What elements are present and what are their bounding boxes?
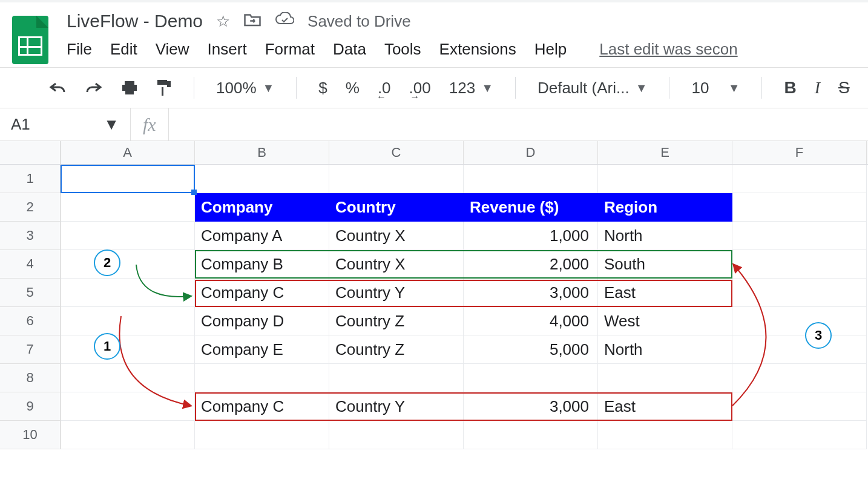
cell[interactable] — [598, 165, 732, 193]
cell[interactable]: Company E — [195, 335, 329, 364]
cell[interactable]: North — [598, 335, 732, 364]
menu-data[interactable]: Data — [333, 40, 366, 59]
menu-extensions[interactable]: Extensions — [439, 40, 516, 59]
col-header-a[interactable]: A — [61, 141, 195, 164]
cell[interactable] — [195, 364, 329, 392]
format-currency-button[interactable]: $ — [312, 79, 333, 97]
cell[interactable] — [732, 392, 867, 421]
strikethrough-button[interactable]: S — [832, 78, 856, 97]
cell[interactable] — [464, 421, 598, 449]
cell[interactable] — [732, 279, 867, 307]
row-header[interactable]: 6 — [0, 307, 61, 335]
cloud-saved-icon[interactable] — [275, 12, 294, 31]
cell[interactable] — [732, 307, 867, 335]
row-header[interactable]: 4 — [0, 250, 61, 279]
cell[interactable]: East — [598, 392, 732, 421]
cell[interactable] — [61, 421, 195, 449]
cell[interactable]: 5,000 — [464, 335, 598, 364]
cell[interactable]: 3,000 — [464, 392, 598, 421]
row-header[interactable]: 9 — [0, 392, 61, 421]
select-all-cell[interactable] — [0, 141, 61, 164]
cell[interactable]: Country Z — [329, 335, 464, 364]
cell[interactable]: Country X — [329, 222, 464, 250]
col-header-b[interactable]: B — [195, 141, 329, 164]
cell[interactable] — [732, 421, 867, 449]
row-header[interactable]: 1 — [0, 165, 61, 193]
cell[interactable] — [732, 335, 867, 364]
format-percent-button[interactable]: % — [340, 79, 366, 97]
sheets-app-icon[interactable] — [12, 16, 48, 64]
cell[interactable]: 4,000 — [464, 307, 598, 335]
cell[interactable] — [61, 250, 195, 279]
menu-view[interactable]: View — [156, 40, 189, 59]
decrease-decimal-button[interactable]: .0 ← — [372, 79, 397, 97]
table-header[interactable]: Country — [329, 193, 464, 222]
cell[interactable] — [598, 364, 732, 392]
cell[interactable]: 2,000 — [464, 250, 598, 279]
cell[interactable]: Company A — [195, 222, 329, 250]
cell[interactable] — [732, 222, 867, 250]
font-size-select[interactable]: 10▼ — [685, 79, 746, 97]
cell[interactable] — [464, 364, 598, 392]
table-header[interactable]: Company — [195, 193, 329, 222]
table-header[interactable]: Revenue ($) — [464, 193, 598, 222]
cell[interactable] — [61, 392, 195, 421]
cell[interactable] — [598, 421, 732, 449]
cell[interactable]: Company D — [195, 307, 329, 335]
cell[interactable] — [61, 364, 195, 392]
menu-format[interactable]: Format — [265, 40, 315, 59]
cell[interactable] — [732, 193, 867, 222]
row-header[interactable]: 7 — [0, 335, 61, 364]
cell[interactable] — [61, 307, 195, 335]
table-header[interactable]: Region — [598, 193, 732, 222]
name-box[interactable]: A1▼ — [0, 108, 131, 140]
cell[interactable] — [732, 165, 867, 193]
undo-button[interactable] — [42, 81, 73, 94]
cell[interactable] — [329, 364, 464, 392]
bold-button[interactable]: B — [778, 78, 802, 97]
star-icon[interactable]: ☆ — [216, 12, 230, 31]
cell[interactable]: West — [598, 307, 732, 335]
menu-help[interactable]: Help — [534, 40, 567, 59]
number-format-select[interactable]: 123▼ — [443, 79, 499, 97]
cell[interactable] — [61, 193, 195, 222]
cell[interactable] — [329, 165, 464, 193]
cell[interactable] — [61, 165, 195, 193]
font-select[interactable]: Default (Ari...▼ — [531, 79, 654, 97]
cell[interactable]: Company B — [195, 250, 329, 279]
cell[interactable]: Company C — [195, 392, 329, 421]
cell[interactable]: South — [598, 250, 732, 279]
cell[interactable]: Company C — [195, 279, 329, 307]
cell[interactable] — [195, 165, 329, 193]
cell[interactable]: Country X — [329, 250, 464, 279]
menu-tools[interactable]: Tools — [384, 40, 421, 59]
cell[interactable]: Country Y — [329, 279, 464, 307]
cell[interactable]: Country Y — [329, 392, 464, 421]
cell[interactable]: North — [598, 222, 732, 250]
row-header[interactable]: 3 — [0, 222, 61, 250]
cell[interactable] — [61, 335, 195, 364]
cell[interactable]: 1,000 — [464, 222, 598, 250]
redo-button[interactable] — [79, 81, 109, 94]
cell[interactable] — [732, 364, 867, 392]
document-title[interactable]: LiveFlow - Demo — [67, 11, 203, 31]
menu-insert[interactable]: Insert — [208, 40, 247, 59]
cell[interactable]: East — [598, 279, 732, 307]
col-header-c[interactable]: C — [329, 141, 464, 164]
last-edit-link[interactable]: Last edit was secon — [599, 40, 737, 59]
cell[interactable] — [195, 421, 329, 449]
italic-button[interactable]: I — [809, 78, 826, 97]
cell[interactable] — [732, 250, 867, 279]
menu-edit[interactable]: Edit — [110, 40, 137, 59]
cell[interactable] — [61, 279, 195, 307]
cell[interactable] — [61, 222, 195, 250]
row-header[interactable]: 8 — [0, 364, 61, 392]
zoom-select[interactable]: 100%▼ — [210, 79, 280, 97]
cell[interactable] — [464, 165, 598, 193]
row-header[interactable]: 2 — [0, 193, 61, 222]
row-header[interactable]: 5 — [0, 279, 61, 307]
print-button[interactable] — [115, 80, 144, 96]
move-to-folder-icon[interactable] — [243, 12, 261, 31]
col-header-f[interactable]: F — [732, 141, 867, 164]
paint-format-button[interactable] — [150, 79, 178, 97]
